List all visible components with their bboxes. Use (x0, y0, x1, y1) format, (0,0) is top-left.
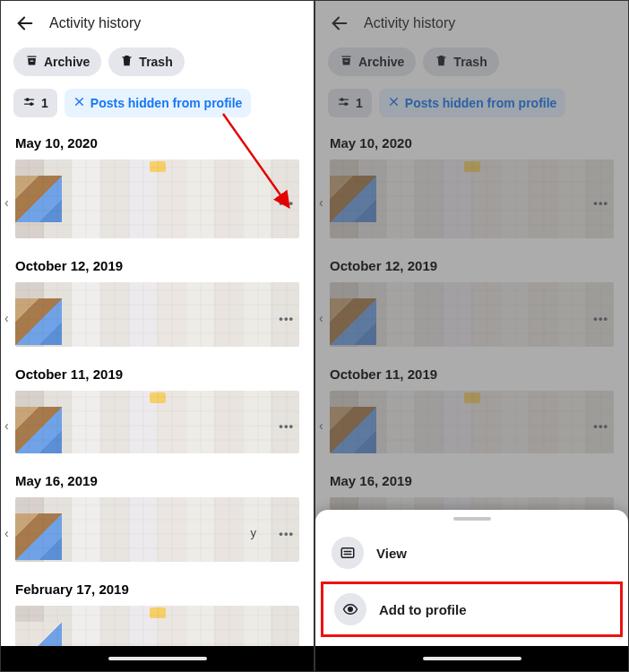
trash-button[interactable]: Trash (108, 47, 184, 76)
post-item[interactable]: ‹ ••• (1, 156, 314, 249)
menu-view-label: View (376, 546, 407, 561)
post-preview (15, 159, 299, 238)
date-heading: May 16, 2019 (1, 464, 314, 494)
home-indicator[interactable] (423, 657, 521, 660)
pane-right: Activity history Archive Trash (314, 0, 629, 672)
post-item[interactable]: ‹ ••• (1, 279, 314, 358)
archive-label: Archive (44, 55, 90, 69)
post-preview (15, 282, 299, 347)
chevron-left-icon[interactable]: ‹ (4, 418, 9, 433)
page-title: Activity history (49, 15, 141, 31)
menu-view[interactable]: View (315, 526, 628, 580)
svg-point-18 (349, 607, 353, 612)
date-heading: February 17, 2019 (1, 573, 314, 602)
chevron-left-icon[interactable]: ‹ (4, 195, 9, 210)
more-options-button[interactable]: ••• (273, 306, 299, 331)
eye-icon (334, 593, 366, 625)
more-options-button[interactable]: ••• (273, 414, 299, 438)
posts-hidden-chip[interactable]: Posts hidden from profile (65, 89, 252, 117)
more-options-button[interactable]: ••• (273, 191, 299, 215)
date-heading: October 11, 2019 (1, 358, 314, 387)
action-sheet: View Add to profile (315, 510, 628, 646)
trash-label: Trash (139, 55, 172, 69)
chevron-left-icon[interactable]: ‹ (4, 526, 9, 540)
post-preview (15, 391, 299, 453)
home-indicator[interactable] (108, 657, 207, 660)
app-bar: Activity history (1, 1, 314, 42)
system-nav-bar (315, 646, 628, 671)
posts-hidden-label: Posts hidden from profile (90, 96, 243, 110)
svg-point-4 (30, 103, 33, 106)
truncated-text: y (251, 526, 257, 539)
filter-count-button[interactable]: 1 (13, 89, 57, 117)
action-row: Archive Trash (1, 42, 314, 85)
more-options-button[interactable]: ••• (273, 521, 299, 546)
trash-icon (120, 54, 134, 70)
date-heading: October 12, 2019 (1, 249, 314, 279)
view-icon (332, 537, 364, 569)
close-icon[interactable] (73, 96, 85, 110)
filter-row: 1 Posts hidden from profile (1, 85, 314, 126)
post-preview (15, 497, 299, 562)
system-nav-bar (1, 646, 314, 671)
archive-icon (25, 54, 39, 70)
menu-add-to-profile-label: Add to profile (379, 602, 467, 617)
archive-button[interactable]: Archive (13, 47, 101, 76)
date-heading: May 10, 2020 (1, 126, 314, 156)
chevron-left-icon[interactable]: ‹ (4, 311, 9, 325)
svg-rect-15 (341, 548, 354, 558)
filter-count: 1 (41, 96, 48, 110)
sliders-icon (22, 95, 36, 111)
menu-add-to-profile[interactable]: Add to profile (321, 582, 623, 637)
svg-point-2 (26, 99, 29, 101)
pane-left: Activity history Archive Trash (0, 0, 314, 672)
sheet-grabber[interactable] (453, 517, 491, 521)
back-icon[interactable] (15, 13, 35, 33)
post-item[interactable]: ‹ y ••• (1, 494, 314, 573)
post-item[interactable]: ‹ ••• (1, 387, 314, 464)
